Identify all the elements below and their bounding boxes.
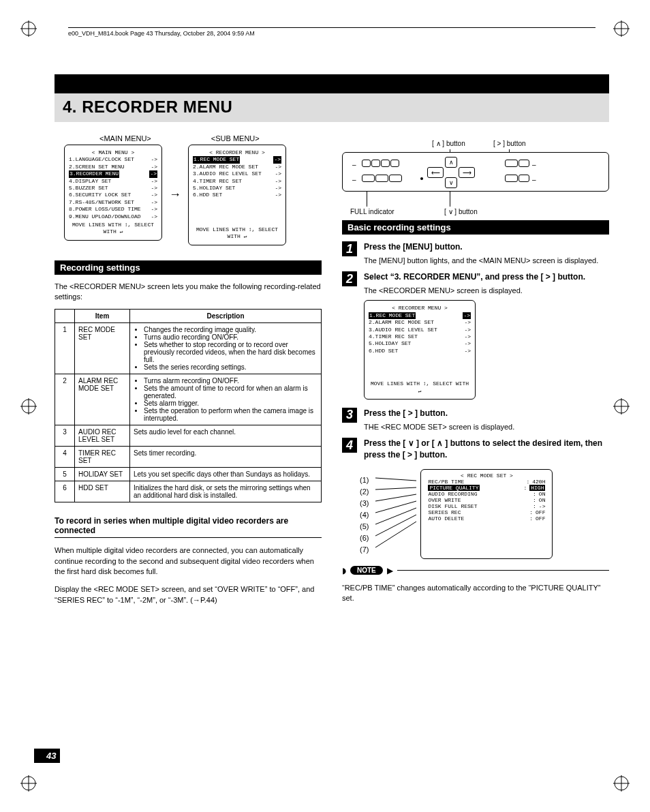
para-2: Display the <REC MODE SET> screen, and s… xyxy=(55,584,322,605)
menu-item: 5.HOLIDAY SET-> xyxy=(193,185,281,192)
main-menu-title: < MAIN MENU > xyxy=(69,149,157,156)
table-row: 3AUDIO REC LEVEL SETSets audio level for… xyxy=(55,425,322,447)
right-column: [ ∧ ] button [ > ] button – – xyxy=(342,134,609,613)
step-title: Select “3. RECORDER MENU”, and press the… xyxy=(364,271,609,283)
step-number: 1 xyxy=(342,241,357,256)
menu-item: 3.RECORDER MENU-> xyxy=(69,170,157,177)
menu-item: 2.SCREEN SET MENU-> xyxy=(69,164,157,170)
svg-line-20 xyxy=(375,494,416,501)
rec-mode-row: AUTO DELETE:OFF xyxy=(425,515,548,522)
svg-line-22 xyxy=(375,508,416,524)
up-button-label: [ ∧ ] button xyxy=(432,140,465,147)
note-divider xyxy=(397,570,609,571)
step-body-text: The <RECORDER MENU> screen is displayed. xyxy=(364,286,609,296)
down-button[interactable]: ∨ xyxy=(445,177,457,188)
step: 1Press the [MENU] button.The [MENU] butt… xyxy=(342,241,609,266)
th-desc: Description xyxy=(130,310,322,323)
page-number: 43 xyxy=(34,749,60,763)
menu-item: 6.SECURITY LOCK SET-> xyxy=(69,192,157,198)
menu-item: 8.POWER LOSS/USED TIME-> xyxy=(69,206,157,213)
menu-item: 7.RS-485/NETWORK SET-> xyxy=(69,199,157,206)
th-blank xyxy=(55,310,75,323)
rec-mode-title: < REC MODE SET > xyxy=(425,472,548,479)
menu-item: 4.TIMER REC SET-> xyxy=(193,178,281,185)
main-menu-box: < MAIN MENU > 1.LANGUAGE/CLOCK SET->2.SC… xyxy=(64,145,162,241)
step: 3Press the [ > ] button.THE <REC MODE SE… xyxy=(342,408,609,432)
subheading: To record in series when multiple digita… xyxy=(55,516,322,538)
sub-menu-title: < RECORDER MENU > xyxy=(193,149,281,156)
crop-mark-icon xyxy=(613,398,630,415)
header-strip: e00_VDH_M814.book Page 43 Thursday, Octo… xyxy=(68,27,595,37)
page: e00_VDH_M814.book Page 43 Thursday, Octo… xyxy=(0,0,650,812)
crop-mark-icon xyxy=(20,398,37,415)
note-label: NOTE xyxy=(350,566,383,575)
rec-mode-row: OVER WRITE:ON xyxy=(425,497,548,503)
callout-lines-icon xyxy=(373,469,416,558)
menu-item: 5.BUZZER SET-> xyxy=(69,185,157,192)
step: 2Select “3. RECORDER MENU”, and press th… xyxy=(342,271,609,402)
sub-menu-label: <SUB MENU> xyxy=(211,134,260,142)
rec-mode-box: < REC MODE SET > REC/PB TIME:420HPICTURE… xyxy=(420,469,553,559)
note-left-caret-icon: ◗ xyxy=(342,566,346,575)
menu-item: 9.MENU UPLOAD/DOWNLOAD-> xyxy=(69,213,157,220)
table-row: 4TIMER REC SETSets timer recording. xyxy=(55,447,322,468)
crop-mark-icon xyxy=(613,775,630,792)
menu-item: 6.HDD SET-> xyxy=(193,192,281,198)
menu-item: 4.DISPLAY SET-> xyxy=(69,178,157,185)
callout-numbers: (1)(2)(3)(4)(5)(6)(7) xyxy=(360,469,369,559)
rec-mode-row: AUDIO RECORDING:ON xyxy=(425,491,548,497)
menu-item: 2.ALARM REC MODE SET-> xyxy=(193,164,281,170)
header-text: e00_VDH_M814.book Page 43 Thursday, Octo… xyxy=(68,30,255,37)
para-1: When multiple digital video recorders ar… xyxy=(55,545,322,577)
menu-footer: MOVE LINES WITH ↕, SELECT WITH ↵ xyxy=(69,222,157,236)
right-button[interactable]: ⟶ xyxy=(459,167,475,178)
right-button-label: [ > ] button xyxy=(493,140,526,147)
note-text: “REC/PB TIME” changes automatically acco… xyxy=(342,583,609,604)
title-band: 4. RECORDER MENU xyxy=(55,93,609,122)
table-row: 6HDD SETInitializes the hard disk, or se… xyxy=(55,481,322,502)
left-button[interactable]: ⟵ xyxy=(427,167,444,178)
left-column: <MAIN MENU> <SUB MENU> < MAIN MENU > 1.L… xyxy=(55,134,322,613)
svg-line-21 xyxy=(375,501,416,513)
rec-mode-row: PICTURE QUALITY:HIGH xyxy=(425,485,548,491)
settings-table: Item Description 1REC MODE SETChanges th… xyxy=(55,309,322,502)
step-body-text: The [MENU] button lights, and the <MAIN … xyxy=(364,256,609,266)
svg-line-19 xyxy=(375,487,416,490)
th-item: Item xyxy=(75,310,130,323)
intro-text: The <RECORDER MENU> screen lets you make… xyxy=(55,282,322,303)
down-button-label: [ ∨ ] button xyxy=(444,208,478,215)
recorder-menu-box: < RECORDER MENU >1.REC MODE SET->2.ALARM… xyxy=(364,300,476,400)
step-title: Press the [MENU] button. xyxy=(364,241,609,253)
step-number: 2 xyxy=(342,271,357,286)
full-indicator-label: FULL indicator xyxy=(350,208,394,215)
menu-item: 1.LANGUAGE/CLOCK SET-> xyxy=(69,156,157,163)
rec-mode-row: REC/PB TIME:420H xyxy=(425,479,548,485)
svg-line-18 xyxy=(375,478,416,481)
step-body-text: THE <REC MODE SET> screen is displayed. xyxy=(364,422,609,432)
table-row: 5HOLIDAY SETLets you set specific days o… xyxy=(55,468,322,481)
section-header: Recording settings xyxy=(55,260,322,275)
step-number: 4 xyxy=(342,438,357,453)
menu-item: 3.AUDIO REC LEVEL SET-> xyxy=(193,170,281,177)
table-row: 1REC MODE SETChanges the recording image… xyxy=(55,323,322,374)
step-number: 3 xyxy=(342,408,357,423)
crop-mark-icon xyxy=(20,775,37,792)
menu-item: 1.REC MODE SET-> xyxy=(193,156,281,163)
step-title: Press the [ > ] button. xyxy=(364,408,609,419)
menu-footer: MOVE LINES WITH ↕, SELECT WITH ↵ xyxy=(193,226,281,241)
sub-menu-box: < RECORDER MENU > 1.REC MODE SET->2.ALAR… xyxy=(188,145,286,245)
crop-mark-icon xyxy=(613,20,630,37)
crop-mark-icon xyxy=(20,20,37,37)
panel-diagram: – – ∧ ∨ ⟵ ⟶ – xyxy=(342,152,609,192)
table-row: 2ALARM REC MODE SETTurns alarm recording… xyxy=(55,374,322,425)
arrow-right-icon: → xyxy=(169,187,181,202)
step: 4Press the [ ∨ ] or [ ∧ ] buttons to sel… xyxy=(342,438,609,464)
rec-mode-row: SERIES REC:OFF xyxy=(425,509,548,515)
section-header: Basic recording settings xyxy=(342,220,609,235)
main-menu-label: <MAIN MENU> xyxy=(99,134,151,142)
rec-mode-row: DISK FULL RESET:-> xyxy=(425,503,548,509)
up-button[interactable]: ∧ xyxy=(445,157,457,168)
note-right-caret-icon: ▶ xyxy=(387,566,393,575)
black-strip xyxy=(55,74,609,93)
page-title: 4. RECORDER MENU xyxy=(63,97,601,117)
